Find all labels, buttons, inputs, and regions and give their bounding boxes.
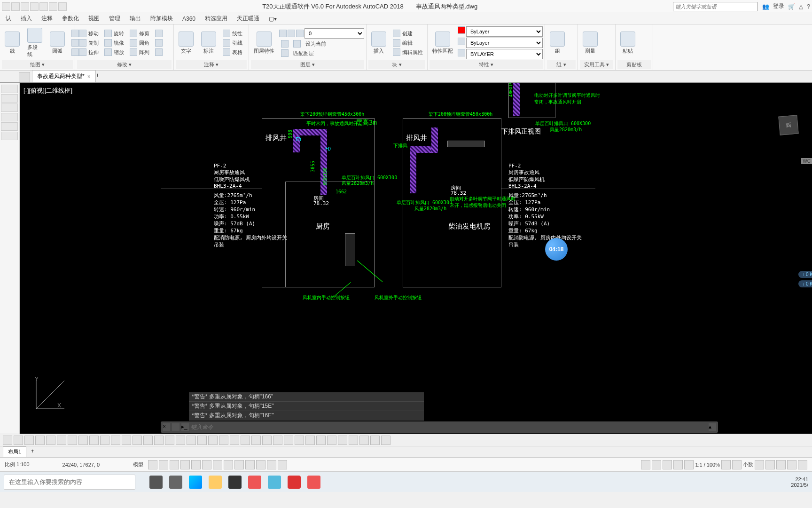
exchange-icon[interactable]: 🛒 xyxy=(788,3,795,10)
array-button[interactable]: 阵列 xyxy=(128,48,151,56)
aux-34[interactable] xyxy=(359,436,369,445)
help-search-input[interactable] xyxy=(673,2,757,11)
insert-button[interactable]: 插入 xyxy=(368,31,389,56)
tab-featured[interactable]: 精选应用 xyxy=(200,13,232,24)
aux-3[interactable] xyxy=(24,436,34,445)
text-button[interactable]: 文字 xyxy=(176,31,196,56)
aux-19[interactable] xyxy=(197,436,207,445)
color-select[interactable]: ByLayer xyxy=(466,26,543,37)
scale-label[interactable]: 比例 1:100 xyxy=(5,461,30,468)
ltype-select[interactable]: BYLAYER xyxy=(466,49,543,59)
aux-36[interactable] xyxy=(381,436,390,445)
browser-icon[interactable] xyxy=(268,476,281,489)
autocad-icon[interactable] xyxy=(288,476,301,489)
iso-toggle[interactable] xyxy=(267,460,276,469)
edit-block-button[interactable]: 编辑 xyxy=(391,39,425,47)
otrack-toggle[interactable] xyxy=(202,460,211,469)
s-r2[interactable] xyxy=(652,460,661,469)
stretch-button[interactable]: 拉伸 xyxy=(77,48,101,56)
model-button[interactable]: 模型 xyxy=(133,461,143,468)
ltool-6[interactable] xyxy=(1,132,18,140)
create-block-button[interactable]: 创建 xyxy=(391,29,425,38)
tab-manage[interactable]: 管理 xyxy=(104,13,125,24)
aux-15[interactable] xyxy=(154,436,164,445)
s-r8[interactable] xyxy=(755,460,764,469)
zoom-label[interactable]: 1:1 / 100% xyxy=(695,462,720,468)
cortana-icon[interactable] xyxy=(149,476,163,489)
layer-tool-2[interactable] xyxy=(291,40,303,48)
lweight-select[interactable]: ByLayer xyxy=(466,38,543,48)
tab-view[interactable]: 视图 xyxy=(84,13,104,24)
app1-icon[interactable] xyxy=(248,476,261,489)
layer-tool-1[interactable] xyxy=(279,40,290,48)
leader-button[interactable]: 引线 xyxy=(221,39,244,47)
store-icon[interactable] xyxy=(228,476,242,489)
tab-annotate[interactable]: 注释 xyxy=(37,13,57,24)
ltool-2[interactable] xyxy=(1,94,18,103)
aux-2[interactable] xyxy=(14,436,23,445)
mod-extra-1[interactable] xyxy=(153,29,164,38)
ltool-1[interactable] xyxy=(1,85,18,93)
new-tab-button[interactable]: + xyxy=(96,72,105,82)
aux-13[interactable] xyxy=(133,436,142,445)
drawing-canvas[interactable]: [-][俯视][二维线框] 排风井 层高3m 厨房 房间 78.32 FD FD… xyxy=(20,83,812,434)
cmd-config-icon[interactable] xyxy=(172,423,180,431)
qat-print-icon[interactable] xyxy=(39,2,48,11)
tab-output[interactable]: 输出 xyxy=(125,13,146,24)
paste-button[interactable]: 粘贴 xyxy=(617,31,638,56)
layout-add-button[interactable]: + xyxy=(28,448,37,456)
dyn-toggle[interactable] xyxy=(224,460,233,469)
qat-saveas-icon[interactable] xyxy=(30,2,39,11)
s-r9[interactable] xyxy=(765,460,775,469)
qat-undo-icon[interactable] xyxy=(49,2,57,11)
measure-button[interactable]: 测量 xyxy=(580,31,601,56)
file-tab-close-icon[interactable]: × xyxy=(87,73,91,80)
ortho-toggle[interactable] xyxy=(170,460,179,469)
lwt-toggle[interactable] xyxy=(234,460,244,469)
tab-default[interactable]: 认 xyxy=(1,13,16,24)
s-r6[interactable] xyxy=(721,460,731,469)
aux-17[interactable] xyxy=(176,436,185,445)
mirror-button[interactable]: 镜像 xyxy=(102,39,126,47)
ltool-4[interactable] xyxy=(1,113,18,121)
ann-toggle[interactable] xyxy=(278,460,287,469)
command-input[interactable] xyxy=(191,424,707,430)
aux-31[interactable] xyxy=(327,436,336,445)
aux-21[interactable] xyxy=(219,436,228,445)
copy-button[interactable]: 复制 xyxy=(77,39,101,47)
s-r7[interactable] xyxy=(732,460,742,469)
aux-22[interactable] xyxy=(230,436,239,445)
sun-icon[interactable] xyxy=(288,30,295,37)
aux-28[interactable] xyxy=(295,436,304,445)
polar-toggle[interactable] xyxy=(180,460,190,469)
layer-select[interactable]: 0 xyxy=(304,28,364,39)
aux-24[interactable] xyxy=(251,436,261,445)
explorer-icon[interactable] xyxy=(209,476,222,489)
move-button[interactable]: 移动 xyxy=(77,29,101,38)
s-r12[interactable] xyxy=(798,460,807,469)
edit-attr-button[interactable]: 编辑属性 xyxy=(391,48,425,56)
aux-16[interactable] xyxy=(165,436,174,445)
s-r11[interactable] xyxy=(787,460,796,469)
arc-button[interactable]: 圆弧 xyxy=(47,31,68,56)
aux-5[interactable] xyxy=(46,436,55,445)
aux-10[interactable] xyxy=(100,436,109,445)
viewcube-face[interactable]: 西 xyxy=(778,115,798,135)
snap-toggle[interactable] xyxy=(159,460,168,469)
tab-a360[interactable]: A360 xyxy=(178,14,200,24)
polyline-button[interactable]: 多段线 xyxy=(24,27,45,59)
s-r3[interactable] xyxy=(663,460,672,469)
ltype-icon[interactable] xyxy=(458,49,465,56)
aux-35[interactable] xyxy=(370,436,380,445)
group-button[interactable]: 组 xyxy=(547,31,568,56)
lweight-icon[interactable] xyxy=(458,38,465,45)
rotate-button[interactable]: 旋转 xyxy=(102,29,126,38)
qat-open-icon[interactable] xyxy=(11,2,20,11)
aux-20[interactable] xyxy=(208,436,218,445)
dim-button[interactable]: 标注 xyxy=(198,31,219,56)
qat-redo-icon[interactable] xyxy=(58,2,67,11)
task-view-icon[interactable] xyxy=(169,476,182,489)
mod-extra-3[interactable] xyxy=(153,48,164,56)
aux-26[interactable] xyxy=(273,436,282,445)
osnap-toggle[interactable] xyxy=(191,460,201,469)
